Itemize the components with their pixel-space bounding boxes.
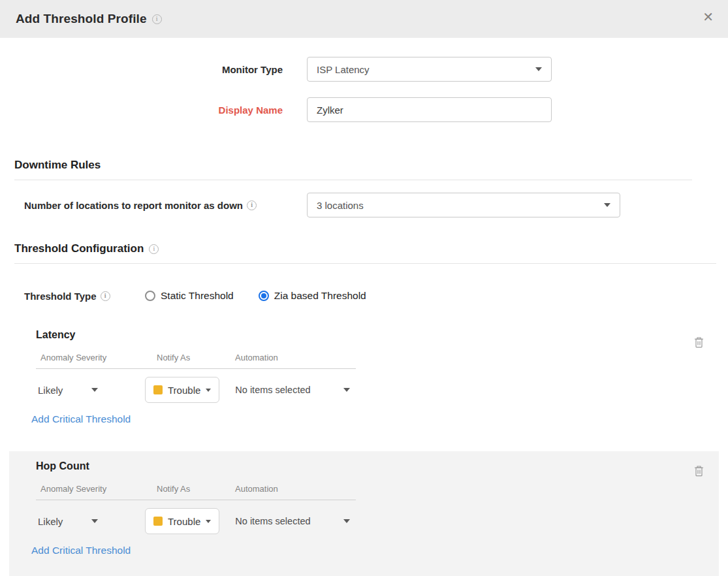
delete-section-button[interactable]: [694, 466, 704, 479]
trouble-status-swatch: [153, 517, 163, 526]
radio-static-threshold[interactable]: Static Threshold: [145, 290, 234, 302]
notify-as-value: Trouble: [168, 516, 200, 527]
info-icon: i: [149, 244, 159, 254]
divider: [14, 263, 716, 264]
dialog-header: Add Threshold Profile i ✕: [0, 0, 728, 38]
threshold-type-row: Threshold Type i Static Threshold Zia ba…: [0, 290, 728, 302]
notify-as-select[interactable]: Trouble: [145, 377, 219, 403]
divider: [36, 368, 356, 369]
close-icon[interactable]: ✕: [703, 10, 714, 24]
chevron-down-icon: [206, 520, 211, 523]
column-headers: Anomaly Severity Notify As Automation: [36, 353, 728, 362]
automation-value: No items selected: [235, 516, 310, 526]
threshold-row: Likely Trouble No items selected: [36, 377, 728, 403]
locations-label: Number of locations to report monitor as…: [24, 200, 243, 211]
radio-zia-threshold[interactable]: Zia based Threshold: [259, 290, 366, 302]
threshold-section-latency: Latency Anomaly Severity Notify As Autom…: [0, 329, 728, 428]
display-name-row: Display Name: [0, 97, 728, 122]
column-headers: Anomaly Severity Notify As Automation: [36, 484, 719, 494]
chevron-down-icon: [343, 519, 350, 523]
trash-icon: [694, 466, 704, 477]
chevron-down-icon: [343, 388, 350, 392]
radio-static-label: Static Threshold: [161, 290, 234, 302]
monitor-type-select[interactable]: ISP Latency: [307, 57, 552, 82]
threshold-type-label-wrap: Threshold Type i: [24, 291, 145, 302]
column-header-automation: Automation: [235, 353, 278, 362]
radio-checked-icon: [259, 291, 269, 301]
section-title: Latency: [36, 329, 728, 341]
divider: [14, 180, 692, 180]
chevron-down-icon: [91, 519, 98, 523]
add-critical-threshold-link[interactable]: Add Critical Threshold: [31, 545, 131, 556]
info-icon: i: [247, 200, 257, 210]
trouble-status-swatch: [153, 385, 163, 394]
automation-select[interactable]: No items selected: [235, 516, 350, 526]
threshold-type-label: Threshold Type: [24, 291, 97, 302]
chevron-down-icon: [206, 389, 211, 392]
radio-zia-label: Zia based Threshold: [274, 290, 366, 302]
anomaly-severity-value: Likely: [38, 385, 63, 396]
chevron-down-icon: [604, 203, 610, 207]
chevron-down-icon: [91, 388, 98, 392]
display-name-input[interactable]: [307, 97, 552, 122]
threshold-configuration-section-head: Threshold Configuration i: [14, 242, 728, 264]
monitor-type-value: ISP Latency: [317, 64, 370, 75]
downtime-rules-heading: Downtime Rules: [14, 159, 728, 172]
info-icon: i: [152, 14, 162, 24]
automation-value: No items selected: [235, 385, 310, 395]
notify-as-value: Trouble: [168, 385, 200, 396]
trash-icon: [694, 337, 704, 348]
delete-section-button[interactable]: [694, 337, 704, 351]
info-icon: i: [101, 291, 110, 301]
anomaly-severity-value: Likely: [38, 516, 63, 527]
downtime-rules-section-head: Downtime Rules: [14, 159, 728, 180]
anomaly-severity-select[interactable]: Likely: [38, 385, 98, 396]
locations-select[interactable]: 3 locations: [307, 193, 620, 217]
page-title: Add Threshold Profile: [16, 12, 147, 26]
chevron-down-icon: [535, 67, 542, 71]
column-header-anomaly-severity: Anomaly Severity: [36, 353, 157, 362]
column-header-notify-as: Notify As: [157, 484, 235, 494]
divider: [36, 500, 356, 500]
monitor-type-row: Monitor Type ISP Latency: [0, 57, 728, 82]
monitor-type-label: Monitor Type: [0, 64, 283, 75]
automation-select[interactable]: No items selected: [235, 385, 350, 395]
locations-value: 3 locations: [317, 200, 364, 211]
anomaly-severity-select[interactable]: Likely: [38, 516, 98, 527]
column-header-notify-as: Notify As: [157, 353, 235, 362]
threshold-configuration-heading: Threshold Configuration: [14, 242, 144, 255]
radio-unchecked-icon: [145, 291, 155, 301]
locations-label-wrap: Number of locations to report monitor as…: [0, 200, 283, 211]
threshold-section-hop-count: Hop Count Anomaly Severity Notify As Aut…: [9, 451, 719, 576]
add-critical-threshold-link[interactable]: Add Critical Threshold: [31, 413, 131, 425]
locations-row: Number of locations to report monitor as…: [0, 193, 728, 217]
section-title: Hop Count: [36, 460, 719, 472]
notify-as-select[interactable]: Trouble: [145, 508, 219, 534]
column-header-anomaly-severity: Anomaly Severity: [36, 484, 157, 494]
threshold-row: Likely Trouble No items selected: [36, 508, 719, 534]
display-name-label: Display Name: [0, 104, 283, 116]
column-header-automation: Automation: [235, 484, 278, 494]
